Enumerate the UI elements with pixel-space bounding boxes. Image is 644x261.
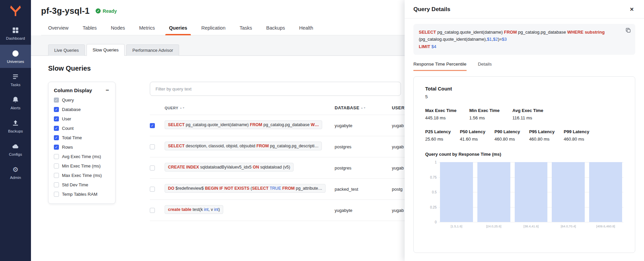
tab-health[interactable]: Health (292, 21, 320, 35)
collapse-icon[interactable]: − (105, 87, 110, 93)
query-cell: CREATE INDEX sqldataloadByValuev5_idx5 O… (165, 163, 335, 173)
sidebar-item-label: Alerts (10, 106, 20, 110)
row-checkbox[interactable] (150, 144, 155, 149)
stat-label: P25 Latency (425, 129, 451, 134)
query-sql-block: SELECT pg_catalog.quote_ident(datname) F… (413, 24, 635, 55)
sql-token: $2 (493, 37, 498, 42)
checkbox[interactable] (54, 192, 59, 197)
sidebar-item-universes[interactable]: Universes (0, 45, 31, 68)
column-option-total-time[interactable]: ✓Total Time (54, 135, 110, 140)
sidebar-item-tasks[interactable]: Tasks (0, 68, 31, 91)
sidebar-item-configs[interactable]: Configs (0, 138, 31, 161)
sidebar-item-label: Tasks (10, 83, 20, 87)
copy-icon[interactable] (625, 28, 631, 33)
tab-nodes[interactable]: Nodes (104, 21, 132, 35)
column-option-label: User (62, 116, 71, 121)
column-option-user[interactable]: ✓User (54, 116, 110, 121)
checkbox[interactable]: ✓ (54, 145, 59, 150)
subtab-slow-queries[interactable]: Slow Queries (87, 44, 125, 56)
query-text[interactable]: SELECT pg_catalog.quote_ident(datname) F… (165, 120, 322, 129)
latency-stats: P25 Latency25.60 msP50 Latency41.60 msP9… (425, 129, 623, 142)
details-tab-details[interactable]: Details (478, 62, 492, 71)
subtab-live-queries[interactable]: Live Queries (48, 44, 85, 56)
query-cell: SELECT description, classoid, objoid, ob… (165, 142, 335, 152)
sql-token: pg_catalog.quote_ident(datname) (184, 122, 250, 127)
y-tick-label: 0.75 (425, 175, 437, 179)
sql-token: FROM (504, 30, 517, 35)
checkbox[interactable]: ✓ (54, 126, 59, 131)
stat-max-exec-time: Max Exec Time445.18 ms (425, 108, 456, 120)
row-checkbox[interactable] (150, 187, 155, 192)
column-header-database[interactable]: DATABASE▲▼ (335, 105, 392, 110)
column-option-count[interactable]: ✓Count (54, 126, 110, 131)
tab-replication[interactable]: Replication (194, 21, 233, 35)
stat-avg-exec-time: Avg Exec Time116.11 ms (512, 108, 543, 120)
checkbox[interactable]: ✓ (54, 135, 59, 140)
column-options: ✓Query✓Database✓User✓Count✓Total Time✓Ro… (54, 98, 110, 197)
query-text[interactable]: create table test(k int, v int) (165, 205, 223, 214)
sidebar-item-alerts[interactable]: Alerts (0, 91, 31, 114)
sql-token: FROM (282, 186, 295, 191)
sql-token: ) (218, 207, 220, 212)
tab-tables[interactable]: Tables (75, 21, 104, 35)
close-icon[interactable]: ✕ (628, 6, 635, 13)
sql-token: $redefineview$ (174, 186, 205, 191)
query-text[interactable]: SELECT description, classoid, objoid, ob… (165, 142, 322, 150)
column-option-query[interactable]: ✓Query (54, 98, 110, 103)
ready-check-icon: ✓ (96, 8, 101, 13)
column-option-min-exec-time-ms[interactable]: Min Exec Time (ms) (54, 163, 110, 169)
details-tabs: Response Time PercentileDetails (413, 62, 635, 71)
tab-overview[interactable]: Overview (41, 21, 75, 35)
column-header-query[interactable]: QUERY▲▼ (165, 106, 335, 110)
sidebar-item-admin[interactable]: ⚙ Admin (0, 161, 31, 184)
sidebar-item-dashboard[interactable]: Dashboard (0, 22, 31, 45)
checkbox[interactable]: ✓ (54, 107, 59, 112)
dashboard-icon (12, 27, 19, 34)
column-option-avg-exec-time-ms[interactable]: Avg Exec Time (ms) (54, 154, 110, 159)
column-option-temp-tables-ram[interactable]: Temp Tables RAM (54, 192, 110, 197)
details-tab-response-time-percentile[interactable]: Response Time Percentile (413, 62, 467, 71)
query-filter-input[interactable] (150, 82, 401, 96)
sql-token: test(k (191, 207, 204, 212)
column-option-std-dev-time[interactable]: Std Dev Time (54, 182, 110, 187)
exec-stats: Max Exec Time445.18 msMin Exec Time1.56 … (425, 108, 623, 120)
row-checkbox-cell (150, 187, 165, 192)
checkbox[interactable]: ✓ (54, 98, 59, 103)
checkbox[interactable] (54, 173, 59, 178)
sidebar-item-label: Configs (9, 152, 22, 156)
subtab-performance-advisor[interactable]: Performance Advisor (126, 44, 179, 56)
row-checkbox[interactable] (150, 208, 155, 213)
checkbox[interactable] (54, 163, 59, 169)
query-text[interactable]: CREATE INDEX sqldataloadByValuev5_idx5 O… (165, 163, 294, 172)
column-option-database[interactable]: ✓Database (54, 107, 110, 112)
percentile-card: Total Count 5 Max Exec Time445.18 msMin … (413, 76, 635, 253)
column-option-rows[interactable]: ✓Rows (54, 145, 110, 150)
sort-icons[interactable]: ▲▼ (361, 107, 366, 109)
row-checkbox-cell (150, 208, 165, 213)
tab-backups[interactable]: Backups (259, 21, 292, 35)
row-checkbox-cell (150, 165, 165, 171)
sort-icons[interactable]: ▲▼ (180, 107, 185, 109)
sql-token: SELECT (252, 186, 268, 191)
checkbox[interactable]: ✓ (54, 116, 59, 121)
column-header-label: DATABASE (335, 105, 360, 110)
row-checkbox[interactable] (150, 165, 155, 171)
yugabyte-logo[interactable] (0, 0, 31, 22)
tab-tasks[interactable]: Tasks (233, 21, 259, 35)
total-count-label: Total Count (425, 86, 623, 91)
tab-metrics[interactable]: Metrics (132, 21, 162, 35)
row-checkbox[interactable]: ✓ (150, 123, 155, 128)
column-option-label: Std Dev Time (62, 182, 88, 187)
stat-label: P95 Latency (529, 129, 555, 134)
total-count-value: 5 (425, 94, 623, 99)
x-tick-label: [409.6,460.8] (589, 224, 622, 228)
sql-token: LIMIT (419, 44, 430, 49)
checkbox[interactable] (54, 154, 59, 159)
sidebar-item-backups[interactable]: Backups (0, 114, 31, 138)
sql-token: pg_attribute… (295, 186, 322, 191)
checkbox[interactable] (54, 182, 59, 187)
tab-queries[interactable]: Queries (162, 21, 194, 35)
query-text[interactable]: DO $redefineview$ BEGIN IF NOT EXISTS (S… (165, 184, 326, 193)
column-option-max-exec-time-ms[interactable]: Max Exec Time (ms) (54, 173, 110, 178)
sql-token: create table (168, 207, 191, 212)
